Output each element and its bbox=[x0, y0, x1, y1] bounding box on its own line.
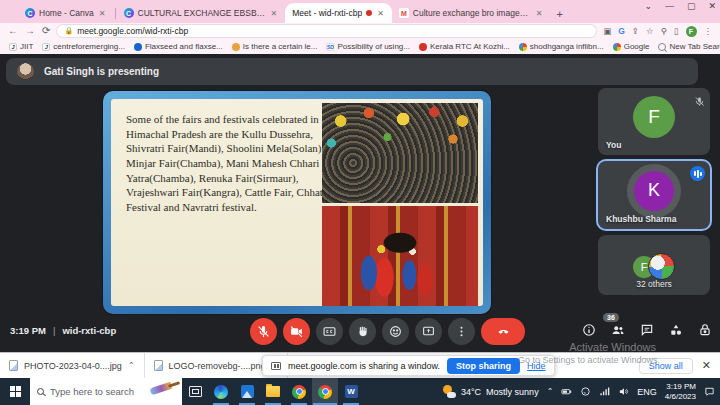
canva-favicon: C bbox=[25, 8, 35, 18]
presenting-text: Gati Singh is presenting bbox=[44, 66, 159, 77]
tab-search-chevron-icon[interactable]: ⌄ bbox=[644, 1, 652, 11]
clock-date: 4/6/2023 bbox=[665, 392, 696, 401]
battery-icon[interactable] bbox=[561, 386, 572, 397]
tab-close-icon[interactable]: ✕ bbox=[376, 9, 385, 18]
participant-tile-you[interactable]: F You bbox=[598, 88, 710, 155]
profile-avatar[interactable]: F bbox=[686, 26, 697, 37]
meeting-info: 3:19 PM | wid-rxti-cbp bbox=[10, 325, 116, 336]
chrome-icon bbox=[318, 385, 332, 399]
participant-tile-others[interactable]: F 32 others bbox=[598, 235, 710, 295]
present-button[interactable] bbox=[415, 318, 442, 345]
photos-icon bbox=[241, 385, 254, 398]
recording-dot-icon bbox=[366, 10, 372, 16]
new-tab-button[interactable]: + bbox=[557, 8, 563, 20]
captions-button[interactable] bbox=[316, 318, 343, 345]
search-icon bbox=[37, 388, 44, 395]
bookmarks-bar: JJIIT Jcentreforemerging... Flaxseed and… bbox=[0, 39, 720, 54]
network-icon[interactable] bbox=[599, 386, 610, 397]
taskbar-chrome[interactable] bbox=[286, 378, 312, 405]
host-controls-button[interactable] bbox=[697, 322, 712, 337]
show-all-downloads-button[interactable]: Show all bbox=[639, 358, 693, 374]
minimize-button[interactable]: — bbox=[665, 1, 674, 11]
tab-canva-cultural-exchange[interactable]: C CULTURAL EXCHANGE EBSB APR ✕ bbox=[117, 3, 286, 23]
stop-sharing-button[interactable]: Stop sharing bbox=[447, 358, 520, 374]
language-indicator[interactable]: ENG bbox=[637, 387, 657, 397]
slide-canvas: Some of the fairs and festivals celebrat… bbox=[111, 99, 483, 306]
taskbar-file-explorer[interactable] bbox=[260, 378, 286, 405]
taskbar-photos[interactable] bbox=[234, 378, 260, 405]
reload-button[interactable]: ⟳ bbox=[42, 26, 50, 36]
raise-hand-button[interactable] bbox=[349, 318, 376, 345]
action-center-icon[interactable] bbox=[704, 386, 715, 397]
tray-overflow-chevron-icon[interactable]: ⌃ bbox=[547, 387, 554, 396]
reactions-button[interactable] bbox=[382, 318, 409, 345]
bookmark-favicon bbox=[134, 43, 142, 51]
bookmark-item[interactable]: Jcentreforemerging... bbox=[42, 42, 125, 51]
bookmark-favicon bbox=[613, 43, 621, 51]
window-controls: ⌄ — ▢ ✕ bbox=[644, 1, 716, 11]
chat-button[interactable] bbox=[639, 322, 654, 337]
tab-close-icon[interactable]: ✕ bbox=[270, 9, 279, 18]
tab-gmail-images[interactable]: M Culture exchange bro images - : ✕ bbox=[392, 3, 551, 23]
tab-meet-active[interactable]: Meet - wid-rxti-cbp ✕ bbox=[285, 3, 392, 23]
bookmark-item[interactable]: Is there a certain le... bbox=[232, 42, 318, 51]
bookmark-item[interactable]: shodhganga inflibn... bbox=[519, 42, 604, 51]
meeting-code: wid-rxti-cbp bbox=[62, 325, 116, 336]
close-window-button[interactable]: ✕ bbox=[708, 1, 716, 11]
mic-off-button[interactable] bbox=[250, 318, 277, 345]
lock-icon[interactable]: 🔒 bbox=[64, 27, 73, 35]
google-g-icon[interactable]: G bbox=[618, 26, 625, 36]
participant-tile-khushbu[interactable]: K Khushbu Sharma bbox=[598, 161, 710, 229]
windows-logo-icon bbox=[10, 386, 21, 397]
bookmark-item[interactable]: New Tab Search bbox=[658, 42, 720, 51]
tab-title: Home - Canva bbox=[39, 8, 94, 18]
sharing-window-icon bbox=[271, 362, 281, 370]
extensions-pin-icon[interactable]: ⚲ bbox=[661, 26, 667, 36]
bookmark-item[interactable]: SDPossibility of using... bbox=[326, 42, 409, 51]
volume-icon[interactable] bbox=[618, 386, 629, 397]
meeting-details-button[interactable] bbox=[581, 322, 596, 337]
taskbar-edge[interactable] bbox=[208, 378, 234, 405]
system-tray: 34°C Mostly sunny ⌃ ENG 3:19 PM 4/6/2023 bbox=[443, 382, 720, 400]
close-downloads-bar-icon[interactable]: ✕ bbox=[702, 359, 711, 372]
participants-button[interactable]: 36 bbox=[610, 322, 625, 337]
more-options-button[interactable] bbox=[448, 318, 475, 345]
camera-off-button[interactable] bbox=[283, 318, 310, 345]
tab-close-icon[interactable]: ✕ bbox=[535, 9, 544, 18]
share-icon[interactable]: ⇪ bbox=[632, 26, 639, 36]
hide-sharing-link[interactable]: Hide bbox=[527, 361, 546, 371]
bookmark-favicon: SD bbox=[326, 43, 334, 51]
download-menu-chevron-icon[interactable]: ⌃ bbox=[128, 361, 135, 370]
bookmark-item[interactable]: Flaxseed and flaxse... bbox=[134, 42, 223, 51]
chrome-menu-icon[interactable]: ⋮ bbox=[704, 26, 713, 36]
back-button[interactable]: ← bbox=[8, 26, 18, 36]
forward-button[interactable]: → bbox=[25, 26, 35, 36]
avatar-photo bbox=[648, 253, 675, 280]
word-icon: W bbox=[345, 385, 358, 398]
activities-button[interactable] bbox=[668, 322, 683, 337]
side-panel-icon[interactable]: ▯ bbox=[674, 26, 679, 36]
taskbar-search-box[interactable]: Type here to search bbox=[30, 378, 182, 405]
task-view-button[interactable] bbox=[182, 378, 208, 405]
download-item[interactable]: PHOTO-2023-04-0....jpg ⌃ bbox=[0, 353, 145, 378]
bookmark-item[interactable]: JJIIT bbox=[9, 42, 33, 51]
bookmark-star-icon[interactable]: ☆ bbox=[646, 26, 654, 36]
tab-close-icon[interactable]: ✕ bbox=[98, 9, 107, 18]
avatar: K bbox=[634, 171, 674, 211]
meeting-time: 3:19 PM bbox=[10, 325, 46, 336]
start-button[interactable] bbox=[0, 378, 30, 405]
search-placeholder: Type here to search bbox=[50, 386, 134, 397]
tab-canva-home[interactable]: C Home - Canva ✕ bbox=[18, 3, 114, 23]
address-bar[interactable]: 🔒 meet.google.com/wid-rxti-cbp bbox=[57, 25, 596, 37]
clock-time: 3:19 PM bbox=[665, 382, 696, 391]
leave-call-button[interactable] bbox=[481, 318, 525, 345]
bookmark-item[interactable]: Kerala RTC At Kozhi... bbox=[419, 42, 510, 51]
tab-sharing-indicator-icon[interactable]: ▣ bbox=[603, 26, 611, 36]
maximize-button[interactable]: ▢ bbox=[687, 1, 696, 11]
taskbar-clock[interactable]: 3:19 PM 4/6/2023 bbox=[665, 382, 696, 400]
taskbar-word[interactable]: W bbox=[338, 378, 364, 405]
bookmark-item[interactable]: Google bbox=[613, 42, 650, 51]
weather-widget[interactable]: 34°C Mostly sunny bbox=[443, 385, 539, 398]
onedrive-tray-icon[interactable] bbox=[580, 386, 591, 397]
taskbar-chrome-active[interactable] bbox=[312, 378, 338, 405]
